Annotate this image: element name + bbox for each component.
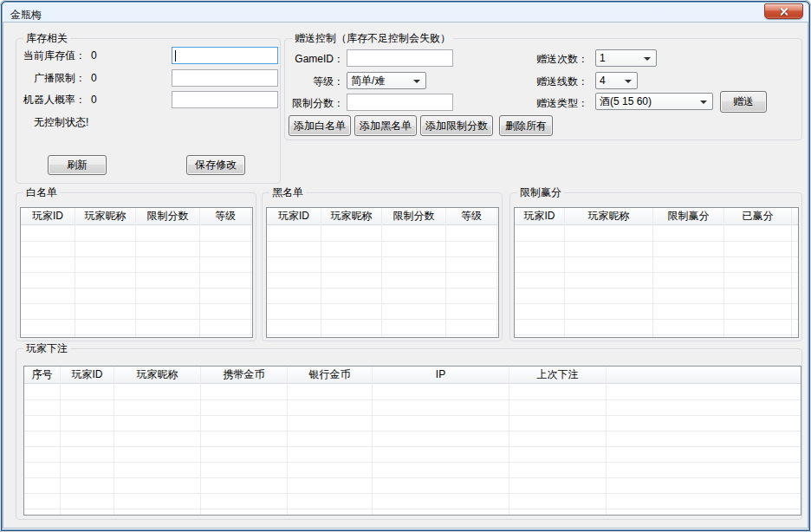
column-header-carry-gold[interactable]: 携带金币: [201, 367, 287, 384]
close-button[interactable]: [764, 3, 803, 19]
player-bets-group: 玩家下注 序号 玩家ID 玩家昵称 携带金币 银行金币 IP 上次下注: [16, 348, 802, 520]
stock-value-label: 当前库存值：: [16, 49, 86, 62]
whitelist-table[interactable]: 玩家ID 玩家昵称 限制分数 等级: [20, 207, 253, 338]
refresh-button[interactable]: 刷新: [48, 155, 107, 175]
add-whitelist-button[interactable]: 添加白名单: [289, 115, 351, 136]
title-bar[interactable]: 金瓶梅: [3, 2, 808, 23]
column-header-player-id[interactable]: 玩家ID: [21, 208, 75, 225]
gift-type-label: 赠送类型：: [533, 96, 588, 110]
app-window: 金瓶梅 库存相关 当前库存值： 0 广播限制： 0 机器人概率： 0 无控制状态…: [0, 0, 811, 532]
player-bets-group-title: 玩家下注: [23, 342, 70, 355]
gift-lines-value: 4: [600, 75, 606, 88]
whitelist-group-title: 白名单: [23, 186, 60, 199]
stock-value: 0: [91, 49, 97, 62]
gameid-label: GameID：: [285, 52, 344, 66]
client-area: 库存相关 当前库存值： 0 广播限制： 0 机器人概率： 0 无控制状态! 刷新…: [3, 23, 808, 528]
inventory-group-title: 库存相关: [23, 32, 70, 45]
column-header-nickname[interactable]: 玩家昵称: [114, 367, 200, 384]
window-title: 金瓶梅: [10, 8, 42, 23]
chevron-down-icon: [413, 80, 420, 83]
column-header-limit-score[interactable]: 限制分数: [136, 208, 199, 225]
gameid-input[interactable]: [347, 49, 453, 67]
column-header-level[interactable]: 等级: [446, 208, 496, 225]
limit-score-input[interactable]: [347, 94, 453, 111]
save-button[interactable]: 保存修改: [186, 155, 245, 175]
column-header-player-id[interactable]: 玩家ID: [267, 208, 321, 225]
column-header-won[interactable]: 已赢分: [724, 208, 791, 225]
delete-all-button[interactable]: 删除所有: [499, 115, 553, 136]
gift-lines-select[interactable]: 4: [595, 72, 638, 89]
broadcast-limit-label: 广播限制：: [16, 71, 86, 85]
column-header-level[interactable]: 等级: [200, 208, 250, 225]
column-header-player-id[interactable]: 玩家ID: [515, 208, 564, 225]
column-header-filler: [792, 208, 798, 225]
column-header-filler: [607, 367, 801, 384]
limit-win-group-title: 限制赢分: [517, 186, 564, 199]
gift-type-value: 酒(5 15 60): [600, 95, 652, 108]
blacklist-group-title: 黑名单: [269, 186, 306, 199]
chevron-down-icon: [700, 101, 707, 104]
gift-times-label: 赠送次数：: [533, 52, 588, 66]
column-header-bank-gold[interactable]: 银行金币: [288, 367, 372, 384]
whitelist-group: 白名单 玩家ID 玩家昵称 限制分数 等级: [16, 192, 256, 341]
limit-win-group: 限制赢分 玩家ID 玩家昵称 限制赢分 已赢分: [509, 192, 802, 341]
inventory-group: 库存相关 当前库存值： 0 广播限制： 0 机器人概率： 0 无控制状态! 刷新…: [16, 38, 281, 184]
limit-win-table[interactable]: 玩家ID 玩家昵称 限制赢分 已赢分: [514, 207, 799, 338]
column-header-index[interactable]: 序号: [24, 367, 60, 384]
add-limit-score-button[interactable]: 添加限制分数: [420, 115, 493, 136]
gift-type-select[interactable]: 酒(5 15 60): [595, 93, 713, 110]
close-icon: [780, 8, 788, 16]
player-bets-table[interactable]: 序号 玩家ID 玩家昵称 携带金币 银行金币 IP 上次下注: [23, 366, 801, 516]
broadcast-limit-input[interactable]: [172, 69, 278, 87]
gift-group: 赠送控制（库存不足控制会失败） GameID： 等级： 简单/难 限制分数： 赠…: [284, 38, 802, 140]
gift-times-select[interactable]: 1: [595, 49, 657, 67]
gift-lines-label: 赠送线数：: [533, 75, 588, 88]
control-status-text: 无控制状态!: [34, 115, 88, 129]
gift-times-value: 1: [600, 52, 606, 65]
level-select[interactable]: 简单/难: [347, 72, 426, 89]
blacklist-group: 黑名单 玩家ID 玩家昵称 限制分数 等级: [262, 192, 503, 341]
column-header-limit-win[interactable]: 限制赢分: [653, 208, 723, 225]
column-header-nickname[interactable]: 玩家昵称: [75, 208, 135, 225]
column-header-filler: [251, 208, 252, 225]
chevron-down-icon: [625, 80, 632, 83]
text-caret: [175, 50, 176, 62]
blacklist-table[interactable]: 玩家ID 玩家昵称 限制分数 等级: [266, 207, 499, 338]
column-header-limit-score[interactable]: 限制分数: [382, 208, 445, 225]
column-header-last-bet[interactable]: 上次下注: [509, 367, 606, 384]
robot-prob-label: 机器人概率：: [16, 93, 86, 107]
robot-prob-value: 0: [91, 93, 97, 107]
column-header-ip[interactable]: IP: [373, 367, 509, 384]
send-gift-button[interactable]: 赠送: [720, 91, 767, 113]
chevron-down-icon: [644, 57, 651, 61]
add-blacklist-button[interactable]: 添加黑名单: [354, 115, 417, 136]
gift-group-title: 赠送控制（库存不足控制会失败）: [292, 32, 453, 45]
robot-prob-input[interactable]: [172, 91, 278, 108]
column-header-nickname[interactable]: 玩家昵称: [321, 208, 381, 225]
level-label: 等级：: [285, 75, 344, 88]
limit-score-label: 限制分数：: [285, 96, 344, 110]
column-header-player-id[interactable]: 玩家ID: [61, 367, 114, 384]
stock-value-input[interactable]: [172, 47, 278, 64]
level-select-value: 简单/难: [351, 75, 385, 88]
broadcast-limit-value: 0: [91, 71, 97, 85]
column-header-nickname[interactable]: 玩家昵称: [565, 208, 652, 225]
column-header-filler: [497, 208, 498, 225]
